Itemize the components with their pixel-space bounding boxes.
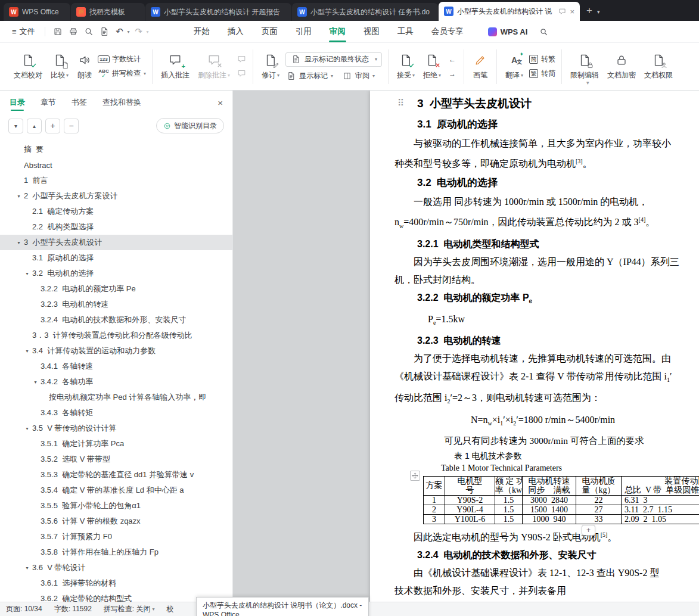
toc-expand-arrow[interactable]: ▾: [14, 240, 24, 245]
toc-item[interactable]: ▾3.2 电动机的选择: [0, 266, 232, 281]
toc-item[interactable]: 3.2.3 电动机的转速: [0, 297, 232, 312]
table-cell[interactable]: 6.31 3: [622, 495, 699, 505]
table-cell[interactable]: 33: [576, 514, 622, 524]
previous-comment-button[interactable]: [236, 54, 247, 64]
undo-caret-icon[interactable]: ▾: [128, 29, 130, 35]
doc-heading[interactable]: 3.2 电动机的选择: [394, 173, 699, 193]
compare-button[interactable]: 比较▾: [46, 49, 73, 83]
toc-item[interactable]: 3.4.1 各轴转速: [0, 359, 232, 374]
table-header-cell[interactable]: 电动机转速同步 满载: [523, 476, 576, 495]
toc-expand-arrow[interactable]: ▾: [30, 379, 41, 385]
toc-item[interactable]: 2.2 机构类型选择: [0, 219, 232, 235]
table-cell[interactable]: 3.11 2.7 1.15: [622, 505, 699, 514]
toc-item[interactable]: ▾3.4 计算传动装置的运动和动力参数: [0, 343, 232, 359]
doc-line[interactable]: 因此选定电动机的型号为 Y90S-2 卧式电动机[5]。: [394, 526, 699, 546]
toc-item[interactable]: ▾3.6 V 带轮设计: [0, 560, 232, 575]
toc-expand-arrow[interactable]: ▾: [22, 271, 32, 276]
table-cell[interactable]: 2: [424, 505, 445, 514]
doc-heading[interactable]: 3.2.2 电动机的额定功率 Pe: [394, 289, 699, 310]
table-header-cell[interactable]: 方案: [424, 476, 445, 495]
toc-item[interactable]: ▾3.4.2 各轴功率: [0, 374, 232, 390]
restrict-editing-button[interactable]: 限制编辑: [566, 49, 603, 83]
doc-line[interactable]: Pe=1.5kw: [394, 310, 699, 332]
doc-heading[interactable]: 3.2.3 电动机的转速: [394, 332, 699, 350]
tab-document-3-active[interactable]: W小型芋头去皮机的结构设计 说×: [439, 2, 580, 21]
reject-button[interactable]: 拒绝▾: [419, 49, 445, 83]
doc-line[interactable]: 因为芋头去皮周围环境潮湿，选用一般用途的 Y（IP44）系列三: [394, 253, 699, 271]
toc-item[interactable]: 摘 要: [0, 142, 232, 157]
next-change-button[interactable]: →: [447, 69, 458, 79]
toc-expand-arrow[interactable]: ▾: [14, 194, 24, 199]
previous-change-button[interactable]: ←: [447, 54, 458, 64]
page-indicator[interactable]: 页面: 10/34: [6, 604, 42, 614]
doc-line[interactable]: 与被驱动的工作机械连接简单，且大多为室内作业，功率较小: [394, 135, 699, 153]
ribbon-more-chevron-icon[interactable]: ▾: [586, 80, 589, 86]
read-aloud-button[interactable]: 朗读: [73, 49, 97, 83]
doc-line[interactable]: 为了便于选择电动机转速，先推算电动机转速的可选范围。由: [394, 350, 699, 368]
toc-item[interactable]: 3.5.4 确定 V 带的基准长度 Ld 和中心距 a: [0, 483, 232, 498]
accept-button[interactable]: 接受▾: [393, 49, 419, 83]
sidebar-tab-chapters[interactable]: 章节: [41, 91, 56, 114]
close-tab-icon[interactable]: ×: [570, 7, 574, 16]
motor-parameters-table[interactable]: 方案 电机型号 额 定 功率（kw） 电动机转速同步 满载 电动机质量（kg） …: [423, 476, 699, 524]
save-button[interactable]: [50, 24, 66, 39]
export-pdf-button[interactable]: [97, 24, 112, 39]
spellcheck-indicator[interactable]: 拼写检查: 关闭▾: [104, 604, 155, 614]
wps-ai-button[interactable]: WPS AI: [488, 27, 528, 36]
encrypt-document-button[interactable]: 文档加密: [603, 49, 640, 83]
toc-item[interactable]: 3.5.5 验算小带轮上的包角α1: [0, 498, 232, 514]
toc-expand-arrow[interactable]: ▾: [22, 565, 32, 571]
toc-item[interactable]: 1 前言: [0, 173, 232, 188]
tab-review[interactable]: 审阅: [321, 21, 355, 43]
doc-heading[interactable]: 3.2.1 电动机类型和结构型式: [394, 235, 699, 253]
doc-line[interactable]: 《机械设计基础课程设计》表 2-1 查得 V 带传动常用传动比范围 i1′: [394, 368, 699, 389]
doc-heading[interactable]: 3.2.4 电动机的技术数据和外形、安装尺寸: [394, 546, 699, 564]
undo-button[interactable]: ↶: [112, 24, 128, 39]
tab-docer-templates[interactable]: 稻找稻壳模板: [71, 3, 145, 21]
table-cell[interactable]: 1.5: [495, 495, 523, 505]
doc-line[interactable]: 可见只有同步转速为 3000r/min 可符合上面的要求: [444, 433, 699, 449]
search-icon[interactable]: [539, 27, 548, 36]
table-caption-en[interactable]: Table 1 Motor Technical Parameters: [441, 462, 699, 474]
to-simplified-button[interactable]: 繁转简: [529, 69, 555, 79]
table-cell[interactable]: Y90S-2: [445, 495, 495, 505]
tab-wps-home[interactable]: WWPS Office: [4, 3, 70, 21]
tab-home[interactable]: 开始: [185, 21, 219, 43]
toc-item[interactable]: 2.1 确定传动方案: [0, 204, 232, 219]
table-cell[interactable]: 1: [424, 495, 445, 505]
next-comment-button[interactable]: [236, 69, 247, 79]
redo-caret-icon[interactable]: ▾: [147, 29, 149, 35]
toc-item[interactable]: 3.5.6 计算 V 带的根数 zqazx: [0, 514, 232, 529]
doc-line[interactable]: 机，卧式封闭结构。: [394, 271, 699, 289]
markup-state-select[interactable]: 显示标记的最终状态▾: [285, 52, 382, 67]
insert-comment-button[interactable]: +插入批注: [157, 49, 194, 83]
toc-item[interactable]: Abstract: [0, 157, 232, 173]
doc-formula[interactable]: N=nw×i1′×i2′=1800 r/min～5400r/min: [471, 411, 699, 433]
paragraph-drag-handle-icon[interactable]: ⠿: [397, 98, 404, 108]
ink-brush-button[interactable]: 画笔: [468, 49, 492, 83]
delete-comment-button[interactable]: 删除批注▾: [194, 49, 234, 83]
tab-document-1[interactable]: W小型芋头去皮机的结构设计 开题报告: [145, 3, 291, 21]
doc-line[interactable]: 一般选用 同步转速为 1000r/min 或 1500r/min 的电动机，: [394, 193, 699, 211]
spell-check-button[interactable]: ABC✓拼写检查▾: [98, 69, 146, 79]
table-header-cell[interactable]: 装置传动比总比 V 带 单级圆锥: [622, 476, 699, 495]
table-header-cell[interactable]: 电动机质量（kg）: [576, 476, 622, 495]
track-changes-button[interactable]: 修订▾: [257, 49, 284, 83]
toc-item[interactable]: 3.5.7 计算预紧力 F0: [0, 529, 232, 545]
toc-item[interactable]: ▾3.5 V 带传动的设计计算: [0, 421, 232, 436]
document-page[interactable]: ⠿ 3 小型芋头去皮机设计 3.1 原动机的选择 与被驱动的工作机械连接简单，且…: [370, 91, 699, 602]
toc-item[interactable]: 3.5.2 选取 V 带带型: [0, 452, 232, 467]
table-move-handle[interactable]: [410, 471, 420, 481]
sidebar-tab-bookmarks[interactable]: 书签: [72, 91, 87, 114]
sidebar-tab-contents[interactable]: 目录: [10, 91, 25, 114]
close-sidebar-icon[interactable]: ×: [218, 98, 223, 108]
toc-item[interactable]: 3.5.1 确定计算功率 Pca: [0, 436, 232, 452]
proof-indicator[interactable]: 校: [167, 604, 174, 614]
doc-heading[interactable]: 3．3 计算传动装置总传动比和分配各级传动比: [394, 600, 699, 602]
toc-item[interactable]: 3.4.3 各轴转矩: [0, 405, 232, 421]
table-header-cell[interactable]: 额 定 功率（kw）: [495, 476, 523, 495]
toc-item[interactable]: 按电动机额定功率 Ped 计算各轴输入功率，即: [0, 390, 232, 405]
tab-tools[interactable]: 工具: [389, 21, 422, 43]
toc-zoom-out-button[interactable]: −: [64, 119, 79, 133]
toc-item[interactable]: 3．3 计算传动装置总传动比和分配各级传动比: [0, 328, 232, 343]
